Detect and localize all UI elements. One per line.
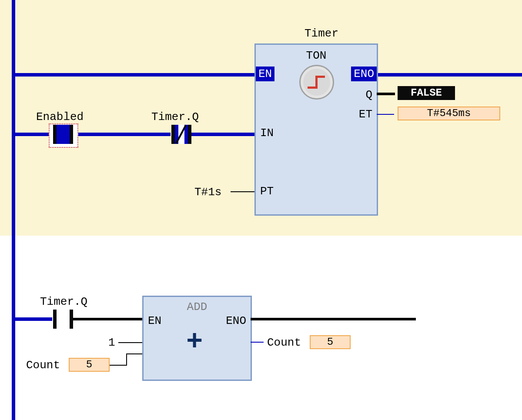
contact-enabled[interactable] (53, 125, 73, 144)
wire-in-seg1 (15, 133, 52, 136)
wire-in-seg2 (75, 133, 171, 136)
ton-instance-label: Timer (304, 27, 338, 40)
r2-count-in-label: Count (26, 359, 60, 372)
r2-wire-count-out (251, 342, 264, 343)
r2-count-out-label: Count (267, 336, 301, 349)
wire-eno-rail (375, 73, 522, 77)
q-value-box: FALSE (398, 86, 455, 100)
add-block[interactable]: ADD EN ENO + (142, 296, 252, 381)
timer-icon (299, 65, 334, 100)
wire-en-rail (15, 73, 254, 77)
add-type-label: ADD (144, 300, 251, 313)
r2-wire-lit1 (118, 342, 142, 343)
r2-wire-eno (251, 318, 416, 320)
contact-enabled-label: Enabled (36, 110, 84, 123)
pin-en: EN (256, 67, 274, 81)
wire-in-seg3 (191, 133, 254, 136)
et-value-box: T#545ms (398, 107, 500, 120)
left-power-rail (12, 0, 15, 420)
r2-wire-count-in-v (126, 354, 127, 366)
contact-timerq-nc[interactable] (171, 125, 191, 144)
r2-contact-open[interactable] (53, 310, 73, 329)
pin-et: ET (359, 108, 372, 121)
r2-pin-en: EN (148, 314, 161, 327)
pin-pt: PT (260, 185, 274, 198)
pin-q: Q (365, 88, 372, 101)
pin-in: IN (260, 127, 274, 140)
r2-wire-count-in-h (110, 365, 127, 366)
r2-wire-en-left (15, 317, 52, 321)
r2-count-out-value: 5 (310, 335, 351, 349)
r2-count-in-value: 5 (69, 358, 110, 372)
r2-literal-1: 1 (108, 336, 115, 349)
r2-wire-count-in-h2 (126, 353, 142, 354)
r2-pin-eno: ENO (226, 314, 246, 327)
ton-type-label: TON (256, 49, 377, 62)
pt-literal: T#1s (194, 186, 221, 199)
r2-contact-label: Timer.Q (40, 295, 87, 308)
ton-block[interactable]: TON EN ENO IN PT Q ET (254, 43, 378, 216)
wire-q (377, 93, 395, 95)
r2-wire-en-right (73, 318, 143, 320)
plus-icon: + (186, 328, 203, 356)
contact-timerq-label: Timer.Q (151, 110, 199, 123)
wire-pt (231, 191, 254, 192)
pin-eno: ENO (351, 67, 377, 81)
wire-et (377, 114, 394, 115)
